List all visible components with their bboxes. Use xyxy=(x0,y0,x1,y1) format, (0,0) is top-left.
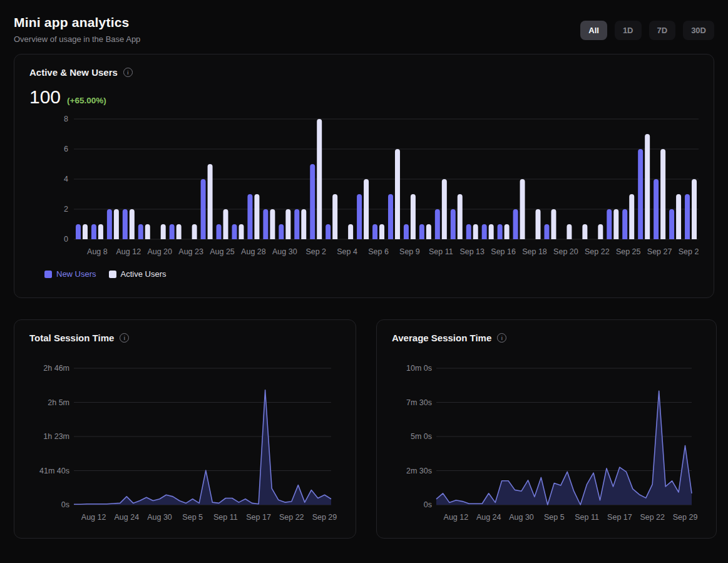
bar-new-users[interactable] xyxy=(310,164,315,239)
new-users-swatch-icon xyxy=(44,271,52,278)
bar-active-users[interactable] xyxy=(130,209,135,239)
range-button-7d[interactable]: 7D xyxy=(649,21,676,40)
bar-new-users[interactable] xyxy=(482,224,487,239)
bar-active-users[interactable] xyxy=(270,209,275,239)
bar-active-users[interactable] xyxy=(114,209,119,239)
bar-new-users[interactable] xyxy=(279,224,284,239)
bar-new-users[interactable] xyxy=(263,209,268,239)
bar-active-users[interactable] xyxy=(238,224,244,239)
bar-new-users[interactable] xyxy=(170,224,175,239)
bar-new-users[interactable] xyxy=(372,224,377,239)
bar-active-users[interactable] xyxy=(98,224,103,239)
bar-active-users[interactable] xyxy=(692,179,697,239)
bar-new-users[interactable] xyxy=(326,224,331,239)
average-session-chart[interactable]: 0s2m 30s5m 0s7m 30s10m 0sAug 12Aug 24Aug… xyxy=(392,358,701,527)
bar-new-users[interactable] xyxy=(544,224,549,239)
x-tick-label: Sep 9 xyxy=(399,247,420,256)
bar-active-users[interactable] xyxy=(208,164,213,239)
bar-new-users[interactable] xyxy=(607,209,612,239)
bar-new-users[interactable] xyxy=(435,209,440,239)
bar-new-users[interactable] xyxy=(138,224,143,239)
bar-new-users[interactable] xyxy=(232,224,237,239)
bar-new-users[interactable] xyxy=(451,209,456,239)
average-session-chart-svg[interactable]: 0s2m 30s5m 0s7m 30s10m 0sAug 12Aug 24Aug… xyxy=(392,358,701,527)
bar-active-users[interactable] xyxy=(395,149,400,239)
users-card-title: Active & New Users xyxy=(29,67,118,78)
users-bar-chart-svg[interactable]: 02468Aug 8Aug 12Aug 20Aug 23Aug 25Aug 28… xyxy=(29,114,699,259)
bar-new-users[interactable] xyxy=(638,149,643,239)
bar-new-users[interactable] xyxy=(404,224,409,239)
info-icon[interactable]: i xyxy=(497,333,506,343)
legend-item-active-users[interactable]: Active Users xyxy=(109,269,167,279)
bar-active-users[interactable] xyxy=(177,224,182,239)
bar-active-users[interactable] xyxy=(676,194,681,239)
users-change-badge: (+65.00%) xyxy=(67,96,106,105)
bar-active-users[interactable] xyxy=(332,194,337,239)
page-subtitle: Overview of usage in the Base App xyxy=(14,34,140,44)
bar-new-users[interactable] xyxy=(498,224,503,239)
bar-new-users[interactable] xyxy=(685,194,690,239)
bar-active-users[interactable] xyxy=(285,209,290,239)
bar-active-users[interactable] xyxy=(520,179,525,239)
bar-active-users[interactable] xyxy=(567,224,572,239)
bar-new-users[interactable] xyxy=(201,179,206,239)
bar-active-users[interactable] xyxy=(489,224,494,239)
bar-active-users[interactable] xyxy=(379,224,384,239)
bar-active-users[interactable] xyxy=(629,194,634,239)
bar-new-users[interactable] xyxy=(466,224,471,239)
bar-active-users[interactable] xyxy=(301,209,306,239)
users-bar-chart[interactable]: 02468Aug 8Aug 12Aug 20Aug 23Aug 25Aug 28… xyxy=(29,114,699,259)
info-icon[interactable]: i xyxy=(120,333,129,343)
bar-active-users[interactable] xyxy=(660,149,665,239)
bar-new-users[interactable] xyxy=(388,194,393,239)
bar-active-users[interactable] xyxy=(458,194,463,239)
info-icon[interactable]: i xyxy=(123,68,133,77)
x-tick-label: Aug 12 xyxy=(116,247,141,256)
bar-active-users[interactable] xyxy=(582,224,587,239)
bar-new-users[interactable] xyxy=(76,224,81,239)
bar-active-users[interactable] xyxy=(645,134,650,239)
bar-active-users[interactable] xyxy=(192,224,197,239)
bar-active-users[interactable] xyxy=(161,224,166,239)
total-session-chart[interactable]: 0s41m 40s1h 23m2h 5m2h 46mAug 12Aug 24Au… xyxy=(29,358,341,527)
bar-active-users[interactable] xyxy=(411,194,416,239)
range-button-30d[interactable]: 30D xyxy=(683,21,714,40)
bar-new-users[interactable] xyxy=(217,224,222,239)
bar-new-users[interactable] xyxy=(123,209,128,239)
bar-new-users[interactable] xyxy=(669,209,674,239)
bar-active-users[interactable] xyxy=(254,194,259,239)
total-session-chart-svg[interactable]: 0s41m 40s1h 23m2h 5m2h 46mAug 12Aug 24Au… xyxy=(29,358,341,527)
bar-new-users[interactable] xyxy=(357,194,362,239)
bar-active-users[interactable] xyxy=(348,224,353,239)
bar-active-users[interactable] xyxy=(317,119,322,239)
legend-item-new-users[interactable]: New Users xyxy=(44,269,96,279)
range-button-all[interactable]: All xyxy=(580,21,607,40)
bar-new-users[interactable] xyxy=(107,209,112,239)
x-tick-label: Sep 5 xyxy=(182,513,203,522)
range-button-1d[interactable]: 1D xyxy=(615,21,642,40)
bar-active-users[interactable] xyxy=(145,224,150,239)
bar-new-users[interactable] xyxy=(91,224,96,239)
bar-active-users[interactable] xyxy=(613,209,618,239)
total-session-title: Total Session Time xyxy=(29,333,114,343)
bar-active-users[interactable] xyxy=(223,209,228,239)
bar-new-users[interactable] xyxy=(513,209,518,239)
bar-active-users[interactable] xyxy=(536,209,541,239)
bar-new-users[interactable] xyxy=(622,209,627,239)
x-tick-label: Sep 16 xyxy=(491,247,516,256)
bar-new-users[interactable] xyxy=(654,179,659,239)
bar-new-users[interactable] xyxy=(419,224,424,239)
x-tick-label: Aug 23 xyxy=(178,247,203,256)
x-tick-label: Sep 17 xyxy=(607,513,632,522)
bar-active-users[interactable] xyxy=(83,224,88,239)
bar-active-users[interactable] xyxy=(364,179,369,239)
bar-active-users[interactable] xyxy=(598,224,603,239)
bar-active-users[interactable] xyxy=(551,209,556,239)
bar-new-users[interactable] xyxy=(247,194,252,239)
bar-active-users[interactable] xyxy=(473,224,478,239)
x-tick-label: Aug 8 xyxy=(87,247,108,256)
bar-active-users[interactable] xyxy=(505,224,510,239)
bar-active-users[interactable] xyxy=(442,179,447,239)
bar-new-users[interactable] xyxy=(294,209,299,239)
bar-active-users[interactable] xyxy=(426,224,431,239)
